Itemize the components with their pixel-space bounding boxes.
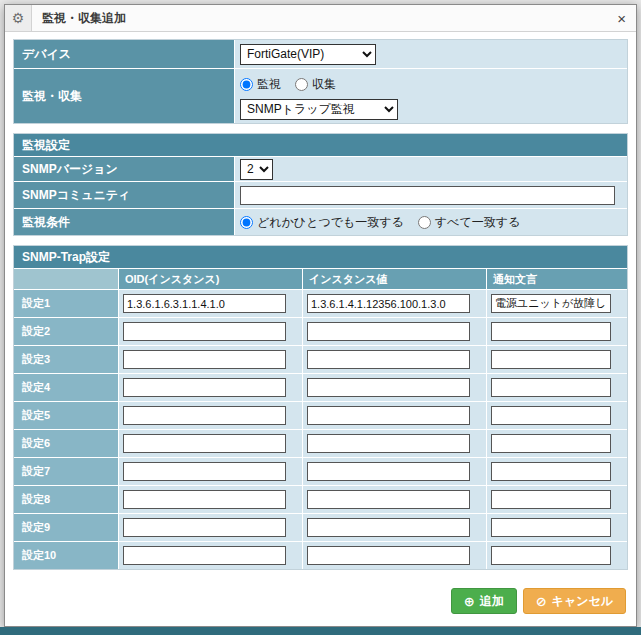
collect-radio-option[interactable]: 収集 bbox=[295, 76, 336, 93]
page-bottom-bar bbox=[0, 627, 641, 635]
trap-oid-input[interactable] bbox=[123, 294, 286, 313]
snmp-version-label: SNMPバージョン bbox=[14, 157, 234, 181]
trap-message-input[interactable] bbox=[491, 518, 611, 537]
add-circle-icon: ⊕ bbox=[464, 595, 475, 608]
monitor-radio-option[interactable]: 監視 bbox=[240, 76, 281, 93]
trap-instance-input[interactable] bbox=[307, 546, 470, 565]
trap-row-label: 設定1 bbox=[14, 290, 118, 317]
snmp-community-cell bbox=[235, 182, 627, 208]
table-row bbox=[487, 458, 627, 485]
trap-row-label: 設定9 bbox=[14, 514, 118, 541]
column-header-oid: OID(インスタンス) bbox=[119, 269, 302, 289]
table-row bbox=[487, 318, 627, 345]
trap-message-input[interactable] bbox=[491, 546, 611, 565]
trap-message-input[interactable] bbox=[491, 462, 611, 481]
device-select[interactable]: FortiGate(VIP) bbox=[240, 44, 376, 65]
column-header-message: 通知文言 bbox=[487, 269, 627, 289]
snmp-trap-header: SNMP-Trap設定 bbox=[14, 246, 627, 268]
trap-row-label: 設定7 bbox=[14, 458, 118, 485]
trap-oid-input[interactable] bbox=[123, 490, 286, 509]
trap-instance-input[interactable] bbox=[307, 490, 470, 509]
dialog-title: 監視・収集追加 bbox=[42, 10, 617, 27]
table-row bbox=[119, 318, 302, 345]
trap-message-input[interactable] bbox=[491, 406, 611, 425]
table-row bbox=[303, 346, 486, 373]
trap-instance-input[interactable] bbox=[307, 294, 470, 313]
table-row bbox=[119, 402, 302, 429]
table-row bbox=[303, 486, 486, 513]
close-icon[interactable]: × bbox=[617, 11, 626, 26]
trap-message-input[interactable] bbox=[491, 490, 611, 509]
condition-any-radio[interactable] bbox=[240, 216, 253, 229]
trap-oid-input[interactable] bbox=[123, 322, 286, 341]
table-row bbox=[487, 374, 627, 401]
dialog-titlebar: ⚙ 監視・収集追加 × bbox=[5, 5, 636, 32]
monitor-type-select[interactable]: SNMPトラップ監視 bbox=[240, 99, 398, 120]
collect-radio-label: 収集 bbox=[312, 76, 336, 93]
monitor-collect-radio-group: 監視 収集 bbox=[240, 76, 336, 93]
trap-instance-input[interactable] bbox=[307, 378, 470, 397]
trap-instance-input[interactable] bbox=[307, 322, 470, 341]
monitor-collect-cell: 監視 収集 SNMPトラップ監視 bbox=[235, 69, 627, 123]
trap-row-label: 設定5 bbox=[14, 402, 118, 429]
trap-oid-input[interactable] bbox=[123, 350, 286, 369]
cancel-circle-icon: ⊘ bbox=[536, 595, 547, 608]
trap-message-input[interactable] bbox=[491, 378, 611, 397]
table-row bbox=[487, 346, 627, 373]
table-row bbox=[303, 430, 486, 457]
trap-message-input[interactable] bbox=[491, 294, 611, 313]
trap-row-label: 設定3 bbox=[14, 346, 118, 373]
snmp-version-select[interactable]: 2 bbox=[240, 159, 273, 180]
table-row bbox=[119, 514, 302, 541]
trap-instance-input[interactable] bbox=[307, 406, 470, 425]
table-row bbox=[119, 486, 302, 513]
trap-instance-input[interactable] bbox=[307, 518, 470, 537]
trap-instance-input[interactable] bbox=[307, 462, 470, 481]
cancel-button[interactable]: ⊘ キャンセル bbox=[523, 588, 626, 614]
monitor-settings-header: 監視設定 bbox=[14, 134, 627, 156]
condition-any-option[interactable]: どれかひとつでも一致する bbox=[240, 214, 404, 231]
table-row bbox=[119, 542, 302, 569]
trap-instance-input[interactable] bbox=[307, 350, 470, 369]
table-row bbox=[119, 458, 302, 485]
trap-oid-input[interactable] bbox=[123, 434, 286, 453]
snmp-version-cell: 2 bbox=[235, 157, 627, 181]
trap-message-input[interactable] bbox=[491, 322, 611, 341]
trap-message-input[interactable] bbox=[491, 434, 611, 453]
snmp-community-label: SNMPコミュニティ bbox=[14, 182, 234, 208]
trap-oid-input[interactable] bbox=[123, 518, 286, 537]
table-row bbox=[119, 430, 302, 457]
table-row bbox=[487, 486, 627, 513]
gear-glyph: ⚙ bbox=[12, 10, 25, 26]
collect-radio[interactable] bbox=[295, 78, 308, 91]
monitor-collect-label: 監視・収集 bbox=[14, 69, 234, 123]
trap-message-input[interactable] bbox=[491, 350, 611, 369]
table-row bbox=[303, 514, 486, 541]
table-row bbox=[487, 290, 627, 317]
monitor-collect-add-dialog: ⚙ 監視・収集追加 × デバイス FortiGate(VIP) 監視・収集 監視 bbox=[4, 4, 637, 627]
trap-oid-input[interactable] bbox=[123, 546, 286, 565]
device-label: デバイス bbox=[14, 40, 234, 68]
trap-oid-input[interactable] bbox=[123, 378, 286, 397]
table-row bbox=[303, 458, 486, 485]
trap-row-label: 設定6 bbox=[14, 430, 118, 457]
add-button[interactable]: ⊕ 追加 bbox=[451, 588, 517, 614]
dialog-content: デバイス FortiGate(VIP) 監視・収集 監視 収集 bbox=[5, 32, 636, 626]
trap-row-label: 設定4 bbox=[14, 374, 118, 401]
table-row bbox=[303, 374, 486, 401]
trap-oid-input[interactable] bbox=[123, 406, 286, 425]
device-section: デバイス FortiGate(VIP) 監視・収集 監視 収集 bbox=[13, 39, 628, 124]
trap-instance-input[interactable] bbox=[307, 434, 470, 453]
condition-all-label: すべて一致する bbox=[435, 214, 520, 231]
condition-all-radio[interactable] bbox=[418, 216, 431, 229]
snmp-community-input[interactable] bbox=[240, 186, 615, 205]
table-row bbox=[487, 514, 627, 541]
trap-row-label: 設定8 bbox=[14, 486, 118, 513]
snmp-trap-section: SNMP-Trap設定 OID(インスタンス) インスタンス値 通知文言 設定1… bbox=[13, 245, 628, 570]
trap-oid-input[interactable] bbox=[123, 462, 286, 481]
trap-row-label: 設定2 bbox=[14, 318, 118, 345]
cancel-button-label: キャンセル bbox=[552, 593, 613, 610]
monitor-radio[interactable] bbox=[240, 78, 253, 91]
dialog-footer: ⊕ 追加 ⊘ キャンセル bbox=[13, 578, 628, 626]
condition-all-option[interactable]: すべて一致する bbox=[418, 214, 520, 231]
